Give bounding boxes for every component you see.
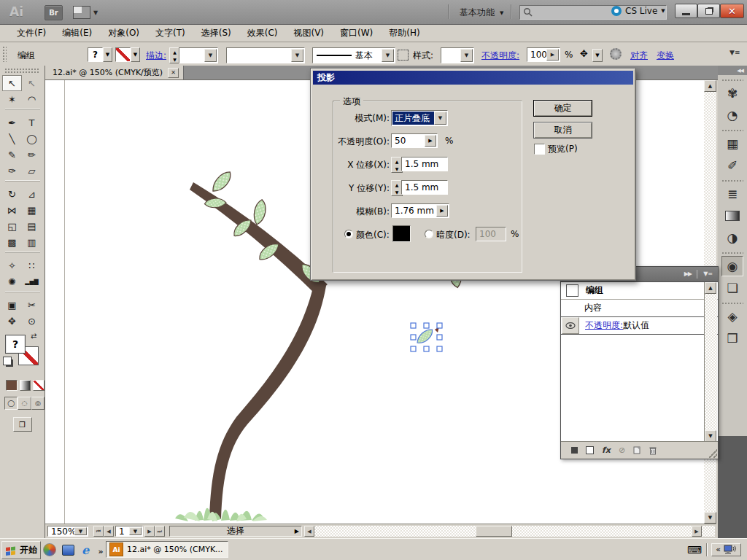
shadow-color-swatch[interactable]: [392, 225, 411, 242]
cancel-button[interactable]: 取消: [533, 122, 592, 139]
brushes-panel-icon[interactable]: ✐: [721, 155, 743, 176]
symbol-sprayer-tool[interactable]: ✺: [2, 273, 22, 289]
zoom-level-combo[interactable]: 150% ▼: [47, 526, 88, 537]
color-button[interactable]: [6, 380, 18, 391]
arrange-documents-caret-icon[interactable]: ▼: [93, 9, 98, 16]
first-artboard-button[interactable]: ⏮: [93, 526, 104, 537]
perspective-grid-tool[interactable]: ▤: [22, 218, 42, 234]
scroll-down-icon[interactable]: ▼: [704, 512, 716, 524]
quicklaunch-media-player-icon[interactable]: [42, 542, 57, 557]
document-tab[interactable]: 12.ai* @ 150% (CMYK/预览) ✕: [45, 66, 184, 79]
appearance-row-group[interactable]: 编组: [561, 282, 718, 300]
align-panel-link[interactable]: 对齐: [630, 50, 648, 62]
opacity-input[interactable]: 100 ▶: [527, 47, 560, 62]
workspace-switcher[interactable]: 基本功能: [460, 7, 503, 19]
eraser-tool[interactable]: ▱: [22, 163, 42, 179]
scale-tool[interactable]: ⊿: [22, 186, 42, 202]
taskbar-app-button[interactable]: Ai 12.ai* @ 150% (CMYK...: [106, 541, 228, 558]
mesh-tool[interactable]: ▩: [2, 234, 22, 250]
ellipse-tool[interactable]: ◯: [22, 131, 42, 147]
network-volume-icon[interactable]: [724, 544, 737, 555]
menu-item-select[interactable]: 选择(S): [193, 26, 239, 41]
quicklaunch-show-desktop-icon[interactable]: [61, 542, 75, 557]
y-offset-input[interactable]: 1.5 mm: [401, 180, 448, 195]
graphic-style-combo[interactable]: ▼: [441, 47, 474, 63]
scroll-up-icon[interactable]: ▲: [704, 80, 716, 92]
scroll-up-icon[interactable]: ▲: [705, 282, 716, 294]
color-radio[interactable]: [344, 230, 353, 238]
panel-collapse-icon[interactable]: ▶▶: [684, 271, 692, 277]
dock-group-grip[interactable]: [721, 300, 743, 305]
tab-close-icon[interactable]: ✕: [168, 68, 179, 78]
clear-appearance-icon[interactable]: ⊘: [619, 446, 625, 455]
panel-scroll-track[interactable]: [705, 294, 717, 430]
gradient-tool[interactable]: ▥: [22, 234, 42, 250]
bounding-box-icon[interactable]: [398, 50, 409, 61]
artboards-panel-icon[interactable]: ❒: [721, 328, 743, 349]
eyedropper-tool[interactable]: ✧: [2, 257, 22, 273]
artboard-number-combo[interactable]: 1 ▼: [115, 526, 143, 537]
visibility-eye-icon[interactable]: [562, 317, 579, 334]
swap-fill-stroke-icon[interactable]: ⇄: [31, 332, 36, 340]
swatches-panel-icon[interactable]: ▦: [721, 133, 743, 154]
opacity-panel-link[interactable]: 不透明度:: [481, 50, 519, 62]
last-artboard-button[interactable]: ⏭: [155, 526, 165, 537]
menu-item-view[interactable]: 视图(V): [285, 26, 332, 41]
appearance-row-opacity[interactable]: 不透明度: 默认值: [561, 316, 718, 335]
hscroll-left-icon[interactable]: ◀: [304, 526, 314, 537]
tree-trunk[interactable]: [209, 281, 326, 519]
select-similar-icon[interactable]: ✥: [580, 48, 588, 59]
close-button[interactable]: ✕: [720, 4, 744, 18]
panel-resize-grip[interactable]: [708, 449, 717, 458]
default-fill-stroke-icon[interactable]: [3, 357, 12, 365]
shape-builder-tool[interactable]: ◱: [2, 218, 22, 234]
gradient-panel-icon[interactable]: [721, 206, 743, 226]
width-profile-combo[interactable]: ▼: [226, 47, 305, 63]
graphic-styles-panel-icon[interactable]: ❏: [721, 278, 743, 298]
dock-collapse-icon[interactable]: ◀◀: [718, 66, 747, 75]
menu-item-window[interactable]: 窗口(W): [332, 26, 381, 41]
width-tool[interactable]: ⋈: [2, 202, 22, 218]
menu-item-edit[interactable]: 编辑(E): [54, 26, 100, 41]
hscroll-right-icon[interactable]: ▶: [692, 526, 702, 537]
delete-item-icon[interactable]: [649, 446, 657, 455]
restore-button[interactable]: [697, 4, 720, 18]
preview-checkbox[interactable]: [534, 144, 545, 155]
transform-panel-link[interactable]: 变换: [657, 50, 674, 62]
dock-group-grip[interactable]: [721, 77, 743, 82]
color-guide-panel-icon[interactable]: ◔: [721, 105, 743, 125]
next-artboard-button[interactable]: ▶: [144, 526, 155, 537]
input-method-keyboard-icon[interactable]: ⌨: [687, 544, 702, 556]
stroke-panel-link[interactable]: 描边:: [146, 50, 166, 62]
stroke-panel-icon[interactable]: ≣: [721, 184, 743, 204]
slice-tool[interactable]: ✂: [22, 297, 42, 313]
hscroll-thumb[interactable]: [476, 526, 512, 537]
free-transform-tool[interactable]: ▦: [22, 202, 42, 218]
new-fill-icon[interactable]: [586, 446, 594, 454]
tray-collapse-icon[interactable]: «: [716, 545, 721, 554]
pencil-tool[interactable]: ✏: [22, 147, 42, 163]
paintbrush-tool[interactable]: ✎: [2, 147, 22, 163]
darkness-radio[interactable]: [425, 230, 433, 238]
blend-tool[interactable]: ∷: [22, 257, 42, 273]
blob-brush-tool[interactable]: ✑: [2, 163, 22, 179]
dock-group-grip[interactable]: [721, 177, 743, 182]
selection-tool[interactable]: ↖: [2, 75, 22, 91]
bridge-button[interactable]: Br: [44, 5, 63, 20]
zoom-tool[interactable]: ⊙: [22, 313, 42, 329]
type-tool[interactable]: T: [22, 114, 42, 131]
draw-behind-mode[interactable]: ◌: [18, 397, 31, 410]
ok-button[interactable]: 确定: [533, 100, 592, 117]
leaf-shape[interactable]: [208, 170, 235, 193]
selected-leaf[interactable]: [414, 328, 436, 345]
dock-group-grip[interactable]: [721, 127, 743, 132]
draw-inside-mode[interactable]: ◎: [31, 397, 44, 410]
draw-normal-mode[interactable]: ◯: [4, 397, 18, 410]
opacity-input[interactable]: 50 ▶: [391, 133, 438, 148]
menu-item-file[interactable]: 文件(F): [9, 26, 54, 41]
menu-item-help[interactable]: 帮助(H): [381, 26, 427, 41]
duplicate-item-icon[interactable]: [633, 446, 641, 454]
menu-item-type[interactable]: 文字(T): [147, 26, 193, 41]
gradient-button[interactable]: [20, 380, 31, 391]
arrange-documents-icon[interactable]: [73, 6, 90, 19]
